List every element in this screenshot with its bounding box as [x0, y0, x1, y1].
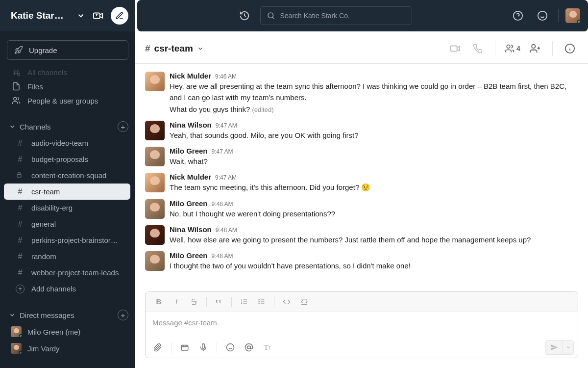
emoji-icon[interactable]: [534, 7, 551, 25]
strike-button[interactable]: [186, 295, 202, 309]
chevron-down-icon[interactable]: [76, 11, 85, 20]
dm-label: Jim Vardy: [27, 344, 60, 353]
nav-files[interactable]: Files: [0, 79, 135, 94]
message-author[interactable]: Milo Green: [170, 199, 208, 208]
message-author[interactable]: Nick Mulder: [170, 72, 211, 80]
sidebar: Katie Star… Upgrade All channels Files: [0, 0, 135, 368]
code-button[interactable]: [278, 295, 295, 309]
channel-label: csr-team: [31, 187, 60, 196]
nav-people[interactable]: People & user groups: [0, 93, 135, 108]
message-author[interactable]: Nick Mulder: [170, 173, 211, 181]
ordered-list-button[interactable]: [236, 295, 252, 309]
svg-point-15: [538, 11, 547, 20]
message-text: Wait, what?: [170, 156, 578, 167]
message-input[interactable]: Message #csr-team: [146, 312, 578, 337]
format-toggle-button[interactable]: TT: [259, 341, 276, 354]
avatar[interactable]: [145, 225, 165, 245]
channel-general[interactable]: #general: [4, 216, 130, 232]
compose-button[interactable]: [111, 7, 128, 25]
attach-button[interactable]: [149, 341, 166, 354]
codeblock-button[interactable]: [296, 295, 313, 309]
message-text: No, but I thought we weren't doing prese…: [170, 208, 578, 219]
nav-all-channels[interactable]: All channels: [0, 64, 135, 80]
channels-section: Channels + #audio-video-team#budget-prop…: [0, 118, 135, 297]
svg-line-8: [20, 75, 20, 76]
avatar[interactable]: [145, 251, 165, 271]
dms-label[interactable]: Direct messages: [20, 311, 114, 319]
channel-webber-project-team-leads[interactable]: #webber-project-team-leads: [4, 264, 130, 281]
channels-label[interactable]: Channels: [20, 123, 114, 131]
message-time: 9:48 AM: [212, 201, 233, 208]
avatar[interactable]: [145, 147, 165, 166]
avatar[interactable]: [145, 121, 165, 140]
channel-label: webber-project-team-leads: [31, 268, 119, 277]
main-area: Search Katie Stark Co. # csr-team: [135, 0, 588, 368]
chevron-down-icon: [197, 45, 204, 52]
dm-milo-green-me-[interactable]: Milo Green (me): [0, 323, 135, 340]
channel-label: perkins-project-brainstor…: [31, 236, 118, 244]
channel-content-creation-squad[interactable]: content-creation-squad: [4, 167, 130, 184]
quote-button[interactable]: [211, 295, 227, 309]
search-input[interactable]: Search Katie Stark Co.: [260, 6, 412, 25]
hash-icon: #: [16, 187, 24, 196]
svg-point-33: [259, 299, 259, 300]
message-author[interactable]: Milo Green: [170, 147, 208, 155]
add-member-icon[interactable]: [527, 40, 543, 57]
upgrade-button[interactable]: Upgrade: [7, 40, 128, 60]
phone-call-icon[interactable]: [469, 40, 486, 57]
workspace-name[interactable]: Katie Star…: [11, 10, 73, 21]
avatar[interactable]: [145, 199, 165, 219]
mention-button[interactable]: [241, 341, 257, 354]
emoji-button[interactable]: [222, 341, 239, 354]
search-icon: [267, 11, 275, 20]
user-avatar[interactable]: [565, 8, 580, 23]
chevron-down-icon[interactable]: [9, 312, 16, 318]
channel-random[interactable]: #random: [4, 248, 130, 264]
add-channel-button[interactable]: +: [118, 121, 128, 132]
message-text: Yeah, that sounds good. Milo, are you OK…: [170, 130, 578, 141]
audio-clip-button[interactable]: [195, 341, 212, 354]
channel-budget-proposals[interactable]: #budget-proposals: [4, 151, 130, 167]
start-huddle-icon[interactable]: [89, 7, 107, 25]
composer-bottom-bar: TT: [146, 337, 578, 358]
bullet-list-button[interactable]: [253, 295, 270, 309]
sidebar-body: Upgrade All channels Files People & user…: [0, 31, 135, 368]
avatar[interactable]: [145, 173, 165, 192]
message: Nick Mulder9:46 AMHey, are we all presen…: [135, 69, 588, 118]
channel-csr-team[interactable]: #csr-team: [4, 184, 130, 200]
message-author[interactable]: Nina Wilson: [170, 225, 212, 234]
channel-header: # csr-team 4: [135, 33, 588, 64]
channel-title[interactable]: # csr-team: [145, 43, 204, 54]
member-count[interactable]: 4: [504, 40, 521, 57]
chevron-down-icon[interactable]: [9, 123, 16, 130]
channel-disability-erg[interactable]: #disability-erg: [4, 200, 130, 216]
bold-button[interactable]: B: [150, 295, 167, 309]
svg-point-44: [227, 344, 234, 351]
message: Milo Green9:48 AMI thought the two of yo…: [135, 248, 588, 274]
help-icon[interactable]: [509, 7, 527, 25]
composer-area: B I Message #csr-team: [135, 291, 588, 368]
channel-perkins-project-brainstor-[interactable]: #perkins-project-brainstor…: [4, 232, 130, 248]
history-icon[interactable]: [236, 7, 253, 25]
video-clip-button[interactable]: [176, 341, 193, 354]
send-button[interactable]: [546, 341, 563, 354]
channel-info-icon[interactable]: [562, 40, 578, 57]
message: Nick Mulder9:47 AMThe team sync meeting,…: [135, 170, 588, 196]
send-options-button[interactable]: [563, 341, 573, 354]
dm-jim-vardy[interactable]: Jim Vardy: [0, 340, 135, 357]
svg-point-19: [507, 45, 510, 48]
add-channels-row[interactable]: + Add channels: [4, 281, 130, 297]
message-author[interactable]: Milo Green: [170, 251, 208, 260]
message-author[interactable]: Nina Wilson: [170, 121, 212, 129]
people-icon: [12, 96, 21, 105]
avatar[interactable]: [145, 72, 165, 91]
channel-audio-video-team[interactable]: #audio-video-team: [4, 135, 130, 151]
italic-button[interactable]: I: [168, 295, 185, 309]
add-dm-button[interactable]: +: [118, 310, 128, 320]
search-placeholder: Search Katie Stark Co.: [280, 12, 350, 20]
svg-point-47: [247, 346, 250, 349]
message-text: The team sync meeting, it's this afterno…: [170, 182, 578, 193]
video-call-icon[interactable]: [447, 40, 464, 57]
files-icon: [12, 82, 21, 91]
hash-icon: #: [16, 155, 24, 164]
